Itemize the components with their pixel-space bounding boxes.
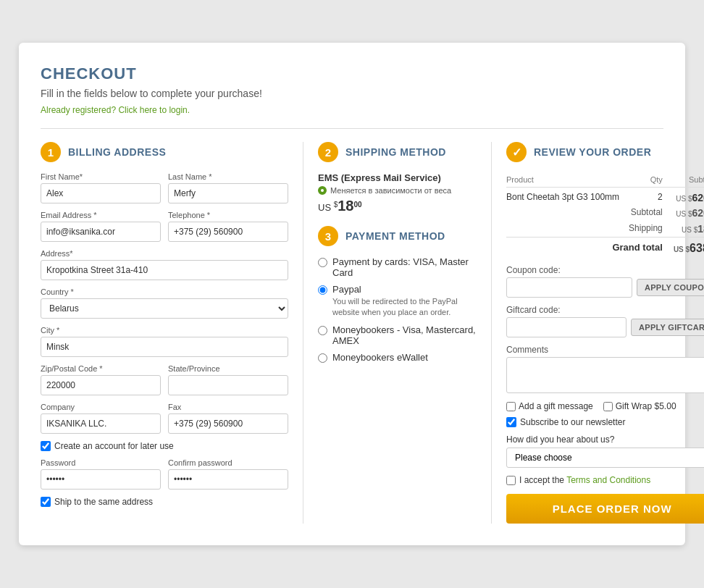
product-price: US $620.00 (663, 188, 704, 206)
fax-label: Fax (168, 403, 288, 411)
state-input[interactable] (168, 375, 288, 395)
billing-section-title: BILLING ADDRESS (68, 146, 166, 158)
password-label: Password (41, 458, 161, 467)
payment-label-paypal[interactable]: Paypal (332, 284, 361, 295)
billing-section: 1 BILLING ADDRESS First Name* Last Name … (41, 142, 303, 524)
shipping-radio-icon (318, 186, 327, 195)
coupon-label: Coupon code: (506, 265, 704, 275)
gift-wrap-checkbox[interactable] (603, 402, 613, 411)
shipping-price-prefix: US $ (318, 202, 338, 213)
state-label: State/Province (168, 364, 288, 373)
payment-label-visa[interactable]: Payment by cards: VISA, Master Card (332, 256, 477, 278)
subtotal-value: US $620.00 (663, 205, 704, 221)
gift-message-checkbox[interactable] (506, 402, 516, 411)
phone-group: Telephone * (168, 211, 288, 242)
password-group: Password (41, 458, 161, 490)
last-name-input[interactable] (168, 183, 288, 203)
page-subtitle: Fill in the fields below to complete you… (41, 88, 663, 99)
newsletter-row: Subscribe to our newsletter (506, 417, 704, 427)
first-name-input[interactable] (41, 183, 161, 203)
zip-group: Zip/Postal Code * (41, 364, 161, 395)
confirm-password-group: Confirm password (168, 458, 288, 490)
confirm-password-input[interactable] (168, 469, 288, 490)
terms-row: I accept the Terms and Conditions (506, 475, 704, 485)
coupon-input[interactable] (506, 277, 632, 298)
apply-coupon-button[interactable]: APPLY COUPON (637, 279, 704, 296)
shipping-row: Shipping US $18.00 (506, 221, 704, 238)
company-input[interactable] (41, 413, 161, 434)
zip-input[interactable] (41, 375, 161, 395)
first-name-group: First Name* (41, 172, 161, 203)
payment-radio-moneybookers-ewallet[interactable] (318, 353, 327, 363)
newsletter-label[interactable]: Subscribe to our newsletter (520, 417, 625, 427)
create-account-checkbox[interactable] (41, 441, 51, 451)
ship-same-checkbox[interactable] (41, 497, 51, 507)
payment-label-moneybookers-visa[interactable]: Moneybookers - Visa, Mastercard, AMEX (332, 324, 477, 346)
email-group: Email Address * (41, 211, 161, 242)
paypal-sub-text: You will be redirected to the PayPal web… (332, 296, 477, 319)
terms-link[interactable]: Terms and Conditions (566, 475, 650, 485)
options-row: Add a gift message Gift Wrap $5.00 (506, 401, 704, 411)
email-input[interactable] (41, 222, 161, 242)
payment-option-visa: Payment by cards: VISA, Master Card (318, 256, 477, 278)
review-section: ✓ REVIEW YOUR ORDER Product Qty Subtotal… (492, 142, 704, 524)
apply-giftcard-button[interactable]: APPLY GIFTCART (631, 319, 704, 336)
fax-input[interactable] (168, 413, 288, 434)
phone-input[interactable] (168, 222, 288, 242)
shipping-label: Shipping (506, 221, 663, 238)
payment-option-moneybookers-visa: Moneybookers - Visa, Mastercard, AMEX (318, 324, 477, 346)
hear-select[interactable]: Please choose Search engine Friend Adver… (506, 448, 704, 468)
last-name-label: Last Name * (168, 172, 288, 181)
company-label: Company (41, 403, 161, 411)
create-account-label[interactable]: Create an account for later use (54, 441, 174, 451)
payment-radio-moneybookers-visa[interactable] (318, 326, 327, 335)
first-name-label: First Name* (41, 172, 161, 181)
city-group: City * (41, 326, 288, 357)
gift-wrap-option[interactable]: Gift Wrap $5.00 (603, 401, 676, 411)
payment-section-title: PAYMENT METHOD (345, 230, 445, 242)
billing-header: 1 BILLING ADDRESS (41, 142, 288, 162)
grand-total-label: Grand total (506, 238, 663, 260)
gift-message-option[interactable]: Add a gift message (506, 401, 593, 411)
comments-textarea[interactable] (506, 357, 704, 393)
product-qty: 2 (647, 188, 662, 206)
gift-message-label: Add a gift message (519, 401, 593, 411)
zip-label: Zip/Postal Code * (41, 364, 161, 373)
country-label: Country * (41, 287, 288, 296)
subtotal-row: Subtotal US $620.00 (506, 205, 704, 221)
shipping-step-number: 2 (318, 142, 338, 162)
table-row: Bont Cheetah 3pt G3 100mm 2 US $620.00 (506, 188, 704, 206)
company-group: Company (41, 403, 161, 434)
payment-radio-paypal[interactable] (318, 285, 327, 295)
giftcard-input[interactable] (506, 317, 627, 337)
col-product: Product (506, 172, 647, 188)
payment-label-moneybookers-ewallet[interactable]: Moneybookers eWallet (332, 352, 428, 363)
address-group: Address* (41, 249, 288, 280)
phone-label: Telephone * (168, 211, 288, 219)
newsletter-checkbox[interactable] (506, 417, 516, 427)
col-qty: Qty (647, 172, 662, 188)
review-section-title: REVIEW YOUR ORDER (534, 146, 651, 158)
payment-radio-visa[interactable] (318, 258, 327, 267)
comments-label: Comments (506, 345, 704, 355)
password-input[interactable] (41, 469, 161, 490)
terms-label[interactable]: I accept the Terms and Conditions (519, 475, 650, 485)
shipping-method-desc: Меняется в зависимости от веса (318, 186, 477, 195)
giftcard-label: Giftcard code: (506, 305, 704, 315)
city-input[interactable] (41, 337, 288, 357)
state-group: State/Province (168, 364, 288, 395)
place-order-button[interactable]: PLACE ORDER NOW (506, 494, 704, 524)
payment-step-number: 3 (318, 226, 338, 246)
country-select[interactable]: Belarus Russia Ukraine United States (41, 298, 288, 319)
payment-option-paypal: Paypal You will be redirected to the Pay… (318, 284, 477, 319)
address-label: Address* (41, 249, 288, 258)
product-name: Bont Cheetah 3pt G3 100mm (506, 188, 647, 206)
subtotal-label: Subtotal (506, 205, 663, 221)
terms-checkbox[interactable] (506, 476, 516, 485)
divider (41, 128, 663, 129)
address-input[interactable] (41, 260, 288, 280)
page-title: CHECKOUT (41, 64, 663, 83)
login-link[interactable]: Already registered? Click here to login. (41, 105, 663, 115)
confirm-password-label: Confirm password (168, 458, 288, 467)
ship-same-label[interactable]: Ship to the same address (54, 497, 153, 507)
